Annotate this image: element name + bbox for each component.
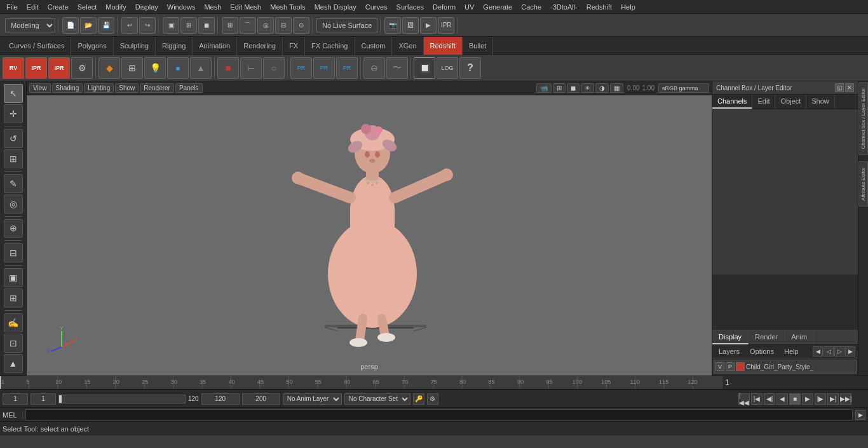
- anim-end-input[interactable]: [201, 393, 240, 405]
- step-fwd-btn[interactable]: |▶: [815, 393, 826, 405]
- menu-help[interactable]: Help: [617, 2, 639, 12]
- shelf-rs-mat[interactable]: 🔲: [414, 57, 435, 79]
- menu-create[interactable]: Create: [44, 2, 72, 12]
- tool-poly2[interactable]: ⊞: [4, 288, 23, 308]
- prev-key-btn[interactable]: |◀: [751, 393, 763, 405]
- tool-move[interactable]: ✛: [4, 104, 23, 123]
- layer-opt-options[interactable]: Options: [746, 346, 778, 356]
- tool-select[interactable]: ↖: [4, 84, 23, 103]
- vp-menu-panels[interactable]: Panels: [175, 83, 203, 93]
- open-btn[interactable]: 📂: [80, 17, 97, 34]
- script-run-btn[interactable]: ▶: [855, 410, 865, 420]
- snap-view-btn[interactable]: ⊟: [275, 17, 292, 34]
- tab-rendering[interactable]: Rendering: [237, 37, 283, 55]
- shelf-rs-log[interactable]: LOG: [437, 57, 458, 79]
- layer-tab-display[interactable]: Display: [712, 330, 749, 344]
- shelf-diamond[interactable]: ◆: [98, 57, 120, 79]
- menu-display[interactable]: Display: [132, 2, 162, 12]
- menu-3dto[interactable]: -3DtoAll-: [546, 2, 581, 12]
- frame-start-input[interactable]: [3, 393, 28, 405]
- tool-scale[interactable]: ⊞: [4, 149, 23, 168]
- undo-btn[interactable]: ↩: [121, 17, 138, 34]
- tool-rotate[interactable]: ↺: [4, 129, 23, 148]
- menu-redshift[interactable]: Redshift: [583, 2, 616, 12]
- menu-uv[interactable]: UV: [461, 2, 478, 12]
- tool-poly1[interactable]: ▣: [4, 268, 23, 287]
- go-start-btn[interactable]: |◀◀: [738, 393, 750, 405]
- total-end-input[interactable]: [242, 393, 280, 405]
- menu-mesh-tools[interactable]: Mesh Tools: [266, 2, 309, 12]
- timeline-ruler[interactable]: 1 5 10 15 20 25 30 35 40 45 50 55 60: [0, 376, 722, 389]
- menu-edit-mesh[interactable]: Edit Mesh: [226, 2, 265, 12]
- menu-mesh[interactable]: Mesh: [200, 2, 225, 12]
- tool-transform[interactable]: ⊡: [4, 334, 23, 353]
- menu-cache[interactable]: Cache: [517, 2, 545, 12]
- shelf-circle[interactable]: ○: [263, 57, 285, 79]
- layer-opt-layers[interactable]: Layers: [715, 346, 743, 356]
- layer-arr-left2[interactable]: ◁: [824, 346, 834, 356]
- shelf-cone[interactable]: ▲: [190, 57, 212, 79]
- tab-fx[interactable]: FX: [283, 37, 305, 55]
- tab-redshift[interactable]: Redshift: [424, 37, 463, 55]
- char-set-select[interactable]: No Character Set: [344, 393, 410, 405]
- mode-select[interactable]: Modeling Rigging Animation: [5, 18, 55, 32]
- vp-display-btn[interactable]: ◼: [567, 83, 580, 93]
- shelf-pr3[interactable]: PR: [336, 57, 358, 79]
- tab-custom[interactable]: Custom: [355, 37, 393, 55]
- paint-sel-btn[interactable]: ◼: [198, 17, 215, 34]
- menu-windows[interactable]: Windows: [163, 2, 200, 12]
- vp-menu-shading[interactable]: Shading: [52, 83, 83, 93]
- camera-btn[interactable]: 📷: [384, 17, 401, 34]
- shelf-help[interactable]: ?: [459, 57, 481, 79]
- vp-light-btn[interactable]: ☀: [581, 83, 594, 93]
- shelf-pr2[interactable]: PR: [313, 57, 335, 79]
- layer-color-swatch[interactable]: [736, 362, 745, 371]
- layer-arr-right[interactable]: ▶: [845, 346, 855, 356]
- layer-visibility[interactable]: V: [715, 362, 724, 371]
- layer-tab-anim[interactable]: Anim: [785, 330, 814, 344]
- shelf-ipr2[interactable]: IPR: [48, 57, 70, 79]
- shelf-settings[interactable]: ⚙: [71, 57, 93, 79]
- tab-rigging[interactable]: Rigging: [156, 37, 193, 55]
- edge-tab-attribute-editor[interactable]: Attribute Editor: [858, 161, 868, 207]
- tool-paint[interactable]: ✎: [4, 174, 23, 193]
- menu-generate[interactable]: Generate: [479, 2, 516, 12]
- menu-file[interactable]: File: [3, 2, 22, 12]
- render-btn[interactable]: ▶: [420, 17, 437, 34]
- vp-menu-lighting[interactable]: Lighting: [84, 83, 114, 93]
- layer-opt-help[interactable]: Help: [780, 346, 803, 356]
- ipr-btn[interactable]: IPR: [438, 17, 454, 34]
- tool-soft[interactable]: ◎: [4, 194, 23, 214]
- settings-btn[interactable]: ⚙: [427, 393, 438, 405]
- tab-sculpting[interactable]: Sculpting: [114, 37, 156, 55]
- shelf-wave[interactable]: 〜: [386, 57, 408, 79]
- shelf-bowl[interactable]: ⊖: [363, 57, 385, 79]
- tab-bullet[interactable]: Bullet: [463, 37, 494, 55]
- viewport-canvas[interactable]: X Y Z persp: [27, 95, 712, 376]
- shelf-rv[interactable]: RV: [3, 57, 24, 79]
- edge-tab-channel-box[interactable]: Channel Box / Layer Editor: [858, 83, 868, 155]
- tab-polygons[interactable]: Polygons: [71, 37, 113, 55]
- tab-curves-surfaces[interactable]: Curves / Surfaces: [3, 37, 71, 55]
- select-by-name-btn[interactable]: ▣: [163, 17, 179, 34]
- tab-channels[interactable]: Channels: [712, 95, 752, 109]
- panel-float-btn[interactable]: ◱: [835, 83, 844, 92]
- save-btn[interactable]: 💾: [98, 17, 114, 34]
- tab-animation[interactable]: Animation: [193, 37, 237, 55]
- menu-surfaces[interactable]: Surfaces: [393, 2, 428, 12]
- menu-edit[interactable]: Edit: [23, 2, 43, 12]
- new-btn[interactable]: 📄: [62, 17, 79, 34]
- tool-snap[interactable]: ⊟: [4, 243, 23, 262]
- layer-playback[interactable]: P: [726, 362, 735, 371]
- timeline-slider[interactable]: [58, 395, 186, 404]
- vp-camera-icon[interactable]: 📹: [536, 83, 552, 93]
- frame-current-input[interactable]: [31, 393, 56, 405]
- no-live-surface-btn[interactable]: No Live Surface: [316, 18, 377, 32]
- snap-point-btn[interactable]: ◎: [257, 17, 274, 34]
- redo-btn[interactable]: ↪: [139, 17, 156, 34]
- tab-show[interactable]: Show: [806, 95, 835, 109]
- tab-edit[interactable]: Edit: [752, 95, 775, 109]
- tool-paint2[interactable]: ✍: [4, 313, 23, 332]
- tab-xgen[interactable]: XGen: [392, 37, 423, 55]
- layer-arr-right2[interactable]: ▷: [834, 346, 844, 356]
